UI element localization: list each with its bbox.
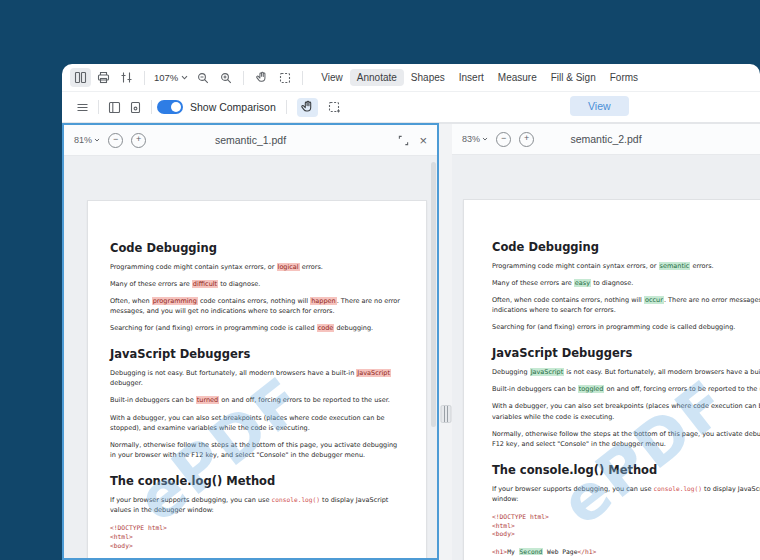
view-button[interactable]: View	[570, 96, 629, 116]
divider	[286, 100, 287, 114]
sidebar-toggle-button[interactable]	[104, 98, 125, 117]
printer-icon	[97, 71, 110, 84]
text-run: Often, when	[110, 297, 152, 305]
diff-highlight: semantic	[659, 262, 691, 270]
doc-heading: The console.log() Method	[492, 463, 760, 477]
code-line	[110, 550, 404, 558]
text-run: on and off, forcing errors to be reporte…	[604, 385, 760, 393]
text-run: Often, when code contains errors, nothin…	[492, 296, 644, 304]
settings-button[interactable]	[116, 68, 137, 87]
text-run: Web Page	[543, 548, 577, 555]
code-tag: <!DOCTYPE html>	[492, 513, 549, 520]
diff-highlight: easy	[574, 279, 591, 287]
close-icon[interactable]: ×	[419, 134, 427, 147]
doc-paragraph: If your browser supports debugging, you …	[110, 495, 404, 515]
two-pages-icon	[74, 71, 87, 84]
menu-button[interactable]	[72, 98, 93, 117]
pan-tool-button-secondary[interactable]	[297, 98, 318, 117]
pane-semantic-2: 83% − + semantic_2.pdf Code DebuggingPro…	[452, 123, 760, 560]
two-page-view-button[interactable]	[70, 68, 91, 87]
pane-2-zoom-out-button[interactable]: −	[496, 132, 511, 147]
pdf-page: Code DebuggingProgramming code might con…	[463, 199, 760, 560]
tab-view[interactable]: View	[314, 69, 350, 86]
pane-1-zoom-value: 81%	[74, 135, 92, 145]
divider	[144, 71, 145, 85]
doc-paragraph: Normally, otherwise follow the steps at …	[492, 429, 760, 449]
sidebar-panel-icon	[108, 101, 121, 114]
show-comparison-toggle[interactable]	[157, 100, 183, 114]
doc-paragraph: Debugging is not easy. But fortunately, …	[110, 368, 404, 388]
code-line: <!DOCTYPE html>	[492, 513, 760, 522]
secondary-toolbar: Show Comparison View	[62, 92, 760, 123]
show-comparison-label: Show Comparison	[190, 101, 276, 113]
pane-1-canvas[interactable]: Code DebuggingProgramming code might con…	[64, 156, 437, 558]
hand-icon	[255, 71, 268, 84]
doc-paragraph: Many of these errors are easy to diagnos…	[492, 278, 760, 288]
toggle-knob	[171, 102, 181, 112]
doc-paragraph: Many of these errors are difficult to di…	[110, 279, 404, 289]
diff-highlight: logical	[277, 263, 300, 271]
doc-heading: The console.log() Method	[110, 474, 404, 488]
expand-icon[interactable]	[398, 135, 409, 146]
doc-paragraph: Debugging JavaScript is not easy. But fo…	[492, 367, 760, 377]
pane-1-zoom-out-button[interactable]: −	[108, 133, 123, 148]
doc-heading: Code Debugging	[492, 240, 760, 254]
document-info-button[interactable]	[125, 98, 146, 117]
text-run: Built-in debuggers can be	[492, 385, 578, 393]
text-run: code contains errors, nothing will	[198, 297, 310, 305]
text-run: Programming code might contain syntax er…	[492, 262, 659, 270]
doc-paragraph: Searching for (and fixing) errors in pro…	[492, 322, 760, 332]
code-block: <!DOCTYPE html><html><body> <h1>My First…	[110, 524, 404, 558]
select-tool-button-secondary[interactable]	[324, 98, 345, 117]
text-run: With a debugger, you can also set breakp…	[110, 414, 385, 432]
document-icon	[129, 101, 142, 114]
pane-2-zoom-dropdown[interactable]: 83%	[462, 134, 488, 144]
print-button[interactable]	[93, 68, 114, 87]
zoom-in-button[interactable]	[215, 68, 236, 87]
zoom-level-dropdown[interactable]: 107%	[152, 72, 190, 83]
code-line: <body>	[110, 542, 404, 551]
diff-highlight: happen	[310, 297, 336, 305]
doc-paragraph: With a debugger, you can also set breakp…	[492, 401, 760, 421]
hand-icon	[300, 100, 314, 114]
zoom-out-button[interactable]	[192, 68, 213, 87]
doc-heading: JavaScript Debuggers	[492, 346, 760, 360]
primary-toolbar: 107%	[62, 64, 760, 92]
pane-1-zoom-in-button[interactable]: +	[131, 133, 146, 148]
chevron-down-icon	[482, 137, 488, 141]
doc-paragraph: Often, when code contains errors, nothin…	[492, 295, 760, 315]
tab-insert[interactable]: Insert	[452, 69, 491, 86]
tab-shapes[interactable]: Shapes	[404, 69, 452, 86]
tab-measure[interactable]: Measure	[491, 69, 544, 86]
pane-1-zoom-dropdown[interactable]: 81%	[74, 135, 100, 145]
doc-paragraph: Programming code might contain syntax er…	[110, 262, 404, 272]
marquee-select-plus-icon	[328, 101, 341, 114]
text-run: Many of these errors are	[492, 279, 574, 287]
document-content: Code DebuggingProgramming code might con…	[110, 241, 404, 558]
pane-1-header: 81% − + semantic_1.pdf ×	[64, 125, 437, 156]
code-line: <html>	[492, 522, 760, 531]
doc-paragraph: Often, when programming code contains er…	[110, 296, 404, 316]
pane-2-canvas[interactable]: Code DebuggingProgramming code might con…	[452, 155, 760, 560]
code-tag: <html>	[110, 533, 133, 540]
code-line: <html>	[110, 533, 404, 542]
text-run: If your browser supports debugging, you …	[492, 485, 654, 493]
pane-1-scrollbar[interactable]	[431, 162, 436, 427]
text-run: Searching for (and fixing) errors in pro…	[110, 324, 317, 332]
code-line: <!DOCTYPE html>	[110, 524, 404, 533]
pane-resize-divider[interactable]	[439, 123, 452, 560]
code-line: <h1>My Second Web Page</h1>	[492, 548, 760, 557]
select-tool-button[interactable]	[274, 68, 295, 87]
diff-highlight: turned	[196, 396, 219, 404]
diff-highlight: Second	[519, 548, 544, 555]
pan-tool-button[interactable]	[251, 68, 272, 87]
tab-fill-sign[interactable]: Fill & Sign	[544, 69, 603, 86]
doc-paragraph: Programming code might contain syntax er…	[492, 261, 760, 271]
pane-2-zoom-in-button[interactable]: +	[519, 132, 534, 147]
doc-paragraph: Searching for (and fixing) errors in pro…	[110, 323, 404, 333]
tab-annotate[interactable]: Annotate	[350, 69, 404, 86]
resize-grip-icon[interactable]	[440, 405, 451, 423]
tab-forms[interactable]: Forms	[603, 69, 645, 86]
pdf-editor-window: 107%	[62, 64, 760, 560]
doc-paragraph: Built-in debuggers can be toggled on and…	[492, 384, 760, 394]
